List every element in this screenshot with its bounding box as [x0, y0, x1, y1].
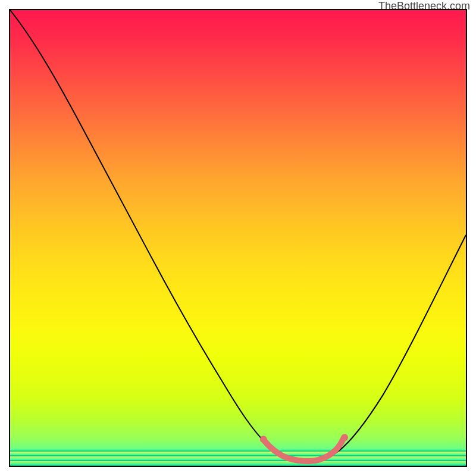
- chart-container: TheBottleneck.com: [0, 0, 476, 476]
- highlight-dot-left: [260, 436, 267, 443]
- bottleneck-curve: [10, 10, 466, 461]
- plot-area: [9, 9, 467, 467]
- highlight-dot-right: [341, 434, 348, 441]
- curve-svg: [10, 10, 466, 466]
- highlight-segment: [265, 439, 343, 461]
